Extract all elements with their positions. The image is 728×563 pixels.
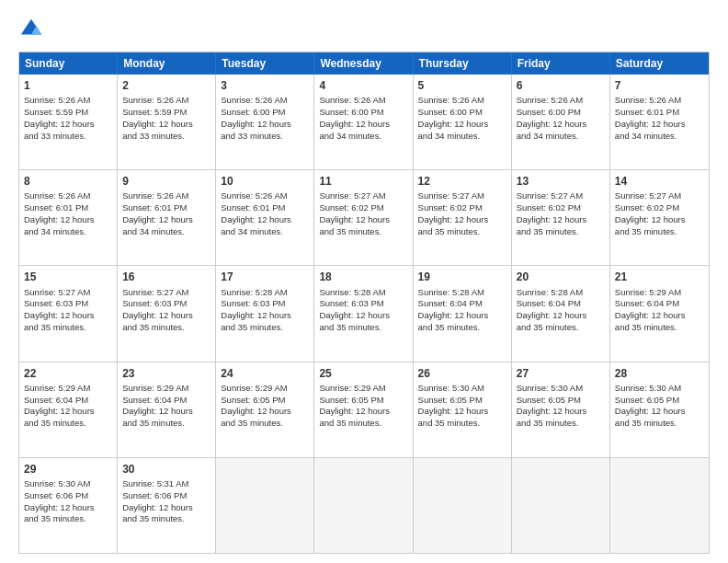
- day-number: 14: [615, 174, 704, 189]
- header-day-monday: Monday: [118, 52, 216, 75]
- day-number: 3: [221, 78, 309, 93]
- day-content: Sunrise: 5:28 AM Sunset: 6:04 PM Dayligh…: [517, 287, 587, 332]
- day-cell-16: 16Sunrise: 5:27 AM Sunset: 6:03 PM Dayli…: [118, 266, 216, 361]
- day-cell-2: 2Sunrise: 5:26 AM Sunset: 5:59 PM Daylig…: [118, 75, 216, 169]
- calendar-row-0: 1Sunrise: 5:26 AM Sunset: 5:59 PM Daylig…: [19, 75, 709, 169]
- day-content: Sunrise: 5:26 AM Sunset: 6:01 PM Dayligh…: [615, 95, 686, 140]
- day-number: 15: [24, 270, 112, 284]
- day-number: 25: [319, 366, 407, 381]
- day-content: Sunrise: 5:27 AM Sunset: 6:02 PM Dayligh…: [319, 190, 390, 236]
- day-number: 9: [122, 174, 210, 189]
- day-cell-15: 15Sunrise: 5:27 AM Sunset: 6:03 PM Dayli…: [19, 266, 118, 361]
- day-number: 28: [615, 366, 704, 381]
- day-cell-7: 7Sunrise: 5:26 AM Sunset: 6:01 PM Daylig…: [610, 75, 709, 169]
- calendar-row-3: 22Sunrise: 5:29 AM Sunset: 6:04 PM Dayli…: [19, 362, 709, 457]
- day-cell-1: 1Sunrise: 5:26 AM Sunset: 5:59 PM Daylig…: [19, 75, 118, 169]
- day-number: 23: [122, 366, 210, 381]
- header-day-thursday: Thursday: [414, 52, 512, 75]
- day-number: 6: [517, 78, 605, 93]
- header: [18, 17, 710, 42]
- day-cell-18: 18Sunrise: 5:28 AM Sunset: 6:03 PM Dayli…: [314, 266, 413, 361]
- day-content: Sunrise: 5:29 AM Sunset: 6:05 PM Dayligh…: [319, 383, 390, 428]
- day-number: 24: [221, 366, 309, 381]
- calendar-row-1: 8Sunrise: 5:26 AM Sunset: 6:01 PM Daylig…: [19, 169, 709, 265]
- day-content: Sunrise: 5:27 AM Sunset: 6:02 PM Dayligh…: [418, 190, 489, 236]
- day-number: 12: [418, 174, 506, 189]
- calendar-row-4: 29Sunrise: 5:30 AM Sunset: 6:06 PM Dayli…: [19, 457, 709, 553]
- day-content: Sunrise: 5:26 AM Sunset: 5:59 PM Dayligh…: [24, 95, 95, 140]
- day-cell-5: 5Sunrise: 5:26 AM Sunset: 6:00 PM Daylig…: [414, 75, 512, 169]
- day-content: Sunrise: 5:26 AM Sunset: 6:00 PM Dayligh…: [221, 95, 291, 140]
- day-content: Sunrise: 5:27 AM Sunset: 6:02 PM Dayligh…: [615, 190, 686, 236]
- day-content: Sunrise: 5:30 AM Sunset: 6:05 PM Dayligh…: [418, 383, 489, 428]
- day-number: 2: [122, 78, 210, 93]
- day-cell-6: 6Sunrise: 5:26 AM Sunset: 6:00 PM Daylig…: [512, 75, 610, 169]
- day-number: 13: [517, 174, 605, 189]
- day-cell-4: 4Sunrise: 5:26 AM Sunset: 6:00 PM Daylig…: [314, 75, 413, 169]
- day-cell-22: 22Sunrise: 5:29 AM Sunset: 6:04 PM Dayli…: [19, 362, 118, 457]
- day-cell-13: 13Sunrise: 5:27 AM Sunset: 6:02 PM Dayli…: [512, 170, 610, 265]
- day-content: Sunrise: 5:27 AM Sunset: 6:03 PM Dayligh…: [24, 287, 95, 332]
- day-content: Sunrise: 5:30 AM Sunset: 6:05 PM Dayligh…: [615, 383, 686, 428]
- day-cell-29: 29Sunrise: 5:30 AM Sunset: 6:06 PM Dayli…: [19, 458, 118, 553]
- header-day-wednesday: Wednesday: [314, 52, 413, 75]
- day-content: Sunrise: 5:27 AM Sunset: 6:03 PM Dayligh…: [122, 287, 193, 332]
- day-content: Sunrise: 5:29 AM Sunset: 6:05 PM Dayligh…: [221, 383, 291, 428]
- calendar-header: SundayMondayTuesdayWednesdayThursdayFrid…: [19, 52, 709, 75]
- day-number: 7: [615, 78, 704, 93]
- day-number: 27: [517, 366, 605, 381]
- day-content: Sunrise: 5:26 AM Sunset: 5:59 PM Dayligh…: [122, 95, 193, 140]
- page: SundayMondayTuesdayWednesdayThursdayFrid…: [0, 0, 728, 563]
- day-content: Sunrise: 5:29 AM Sunset: 6:04 PM Dayligh…: [24, 383, 95, 428]
- day-number: 16: [122, 270, 210, 284]
- day-content: Sunrise: 5:26 AM Sunset: 6:01 PM Dayligh…: [24, 190, 95, 236]
- empty-cell: [414, 458, 512, 553]
- day-number: 17: [221, 270, 309, 284]
- day-content: Sunrise: 5:26 AM Sunset: 6:01 PM Dayligh…: [221, 190, 291, 236]
- empty-cell: [512, 458, 610, 553]
- day-cell-11: 11Sunrise: 5:27 AM Sunset: 6:02 PM Dayli…: [314, 170, 413, 265]
- day-content: Sunrise: 5:29 AM Sunset: 6:04 PM Dayligh…: [615, 287, 686, 332]
- logo: [18, 17, 48, 42]
- day-cell-3: 3Sunrise: 5:26 AM Sunset: 6:00 PM Daylig…: [216, 75, 314, 169]
- day-cell-30: 30Sunrise: 5:31 AM Sunset: 6:06 PM Dayli…: [118, 458, 216, 553]
- header-day-sunday: Sunday: [19, 52, 118, 75]
- day-number: 1: [24, 78, 112, 93]
- calendar: SundayMondayTuesdayWednesdayThursdayFrid…: [18, 52, 710, 554]
- day-cell-24: 24Sunrise: 5:29 AM Sunset: 6:05 PM Dayli…: [216, 362, 314, 457]
- day-content: Sunrise: 5:29 AM Sunset: 6:04 PM Dayligh…: [122, 383, 193, 428]
- day-cell-14: 14Sunrise: 5:27 AM Sunset: 6:02 PM Dayli…: [610, 170, 709, 265]
- day-number: 21: [615, 270, 704, 284]
- day-cell-19: 19Sunrise: 5:28 AM Sunset: 6:04 PM Dayli…: [414, 266, 512, 361]
- day-number: 4: [319, 78, 407, 93]
- calendar-row-2: 15Sunrise: 5:27 AM Sunset: 6:03 PM Dayli…: [19, 265, 709, 361]
- logo-icon: [18, 17, 44, 42]
- day-cell-26: 26Sunrise: 5:30 AM Sunset: 6:05 PM Dayli…: [414, 362, 512, 457]
- day-number: 5: [418, 78, 506, 93]
- day-number: 29: [24, 462, 112, 477]
- day-cell-20: 20Sunrise: 5:28 AM Sunset: 6:04 PM Dayli…: [512, 266, 610, 361]
- day-content: Sunrise: 5:26 AM Sunset: 6:01 PM Dayligh…: [122, 190, 193, 236]
- day-content: Sunrise: 5:26 AM Sunset: 6:00 PM Dayligh…: [319, 95, 390, 140]
- header-day-friday: Friday: [512, 52, 610, 75]
- day-cell-28: 28Sunrise: 5:30 AM Sunset: 6:05 PM Dayli…: [610, 362, 709, 457]
- day-number: 30: [122, 462, 210, 477]
- day-cell-10: 10Sunrise: 5:26 AM Sunset: 6:01 PM Dayli…: [216, 170, 314, 265]
- day-content: Sunrise: 5:31 AM Sunset: 6:06 PM Dayligh…: [122, 478, 193, 523]
- day-cell-27: 27Sunrise: 5:30 AM Sunset: 6:05 PM Dayli…: [512, 362, 610, 457]
- day-number: 18: [319, 270, 407, 284]
- day-cell-21: 21Sunrise: 5:29 AM Sunset: 6:04 PM Dayli…: [610, 266, 709, 361]
- day-cell-25: 25Sunrise: 5:29 AM Sunset: 6:05 PM Dayli…: [314, 362, 413, 457]
- day-content: Sunrise: 5:30 AM Sunset: 6:05 PM Dayligh…: [517, 383, 587, 428]
- day-content: Sunrise: 5:27 AM Sunset: 6:02 PM Dayligh…: [517, 190, 587, 236]
- day-number: 19: [418, 270, 506, 284]
- day-cell-23: 23Sunrise: 5:29 AM Sunset: 6:04 PM Dayli…: [118, 362, 216, 457]
- day-number: 26: [418, 366, 506, 381]
- day-number: 11: [319, 174, 407, 189]
- calendar-body: 1Sunrise: 5:26 AM Sunset: 5:59 PM Daylig…: [19, 75, 709, 553]
- day-number: 8: [24, 174, 112, 189]
- day-number: 20: [517, 270, 605, 284]
- day-cell-9: 9Sunrise: 5:26 AM Sunset: 6:01 PM Daylig…: [118, 170, 216, 265]
- empty-cell: [216, 458, 314, 553]
- day-content: Sunrise: 5:30 AM Sunset: 6:06 PM Dayligh…: [24, 478, 95, 523]
